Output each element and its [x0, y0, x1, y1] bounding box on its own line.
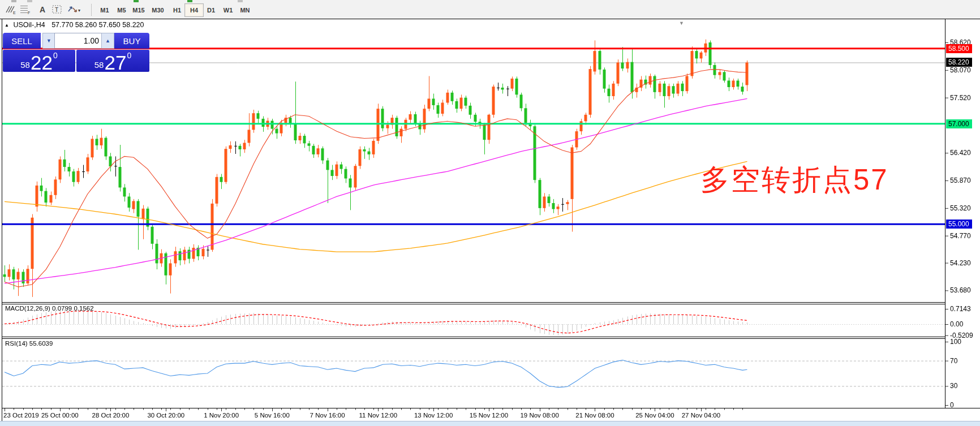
price-axis-border [945, 19, 945, 408]
price-axis-label: 55.870 [950, 177, 971, 184]
time-axis-label: 28 Oct 20:00 [92, 412, 130, 419]
volume-down-button[interactable]: ▼ [42, 33, 55, 49]
sell-price-big: 22 [31, 53, 53, 72]
ohlc-quotes: 57.770 58.260 57.650 58.220 [51, 21, 144, 29]
cropped-icon [11, 0, 16, 2]
arrows-icon[interactable]: ▾ [66, 4, 83, 15]
time-axis-label: 1 Nov 20:00 [204, 412, 239, 419]
time-axis-label: 19 Nov 08:00 [520, 412, 558, 419]
sell-price-panel[interactable]: 58 22 0 [3, 50, 75, 72]
buy-price-sup: 0 [127, 51, 131, 60]
chart-top-border [0, 19, 980, 19]
cropped-icon [134, 0, 139, 2]
price-level-badge: 55.000 [946, 220, 972, 229]
time-axis-label: 30 Oct 20:00 [147, 412, 184, 419]
toolbar: E F A T ▾ [0, 0, 980, 19]
macd-top-border [2, 304, 945, 304]
macd-axis-label: 0.00 [950, 320, 963, 328]
cropped-icon [238, 0, 243, 2]
time-axis-label: 27 Nov 04:00 [682, 412, 720, 419]
chart-left-border [2, 19, 2, 421]
price-axis-label: 53.680 [950, 286, 971, 294]
timeframe-button-w1[interactable]: W1 [218, 3, 238, 17]
separator-main-macd [2, 302, 945, 303]
text-a-icon[interactable]: A [36, 4, 49, 15]
cropped-icon [27, 0, 32, 2]
current-price-badge: 58.220 [946, 58, 972, 67]
rsi-axis-label: 70 [950, 357, 957, 365]
rsi-axis-label: 0 [950, 401, 954, 409]
time-axis-label: 21 Nov 08:00 [575, 412, 614, 419]
mt4-window: E F A T ▾ [0, 0, 980, 426]
timeframe-button-m30[interactable]: M30 [148, 3, 167, 17]
status-bar [0, 421, 980, 426]
chart-title: ▲ USOil-,H4 57.770 58.260 57.650 58.220 [5, 21, 144, 29]
rsi-label: RSI(14) 55.6039 [5, 340, 53, 347]
time-axis-label: 25 Oct 00:00 [41, 412, 79, 419]
time-axis-label: 7 Nov 16:00 [310, 412, 345, 419]
macd-axis-label: 0.7143 [950, 305, 971, 313]
buy-price-panel[interactable]: 58 27 0 [76, 50, 149, 72]
grid-fibo-icon[interactable]: F [19, 4, 32, 15]
rsi-axis-label: 30 [950, 382, 957, 390]
one-click-trading-panel: SELL ▼ ▲ BUY 58 22 0 58 27 0 [3, 33, 149, 72]
svg-text:▾: ▾ [78, 8, 80, 13]
price-level-badge: 58.500 [946, 44, 972, 53]
volume-up-button[interactable]: ▲ [101, 33, 114, 49]
time-axis-label: 13 Nov 12:00 [414, 412, 453, 419]
timeframe-button-h4[interactable]: H4 [184, 3, 204, 17]
price-axis-label: 58.070 [950, 66, 971, 74]
indicators-icon[interactable]: E [5, 4, 17, 15]
price-axis-label: 57.520 [950, 94, 971, 102]
buy-price-small: 58 [94, 60, 104, 70]
time-axis-label: 25 Nov 04:00 [635, 412, 674, 419]
volume-input[interactable] [54, 33, 102, 49]
time-axis-label: 11 Nov 12:00 [359, 412, 398, 419]
macd-label: MACD(12,26,9) 0.0799 0.1562 [5, 305, 94, 312]
time-axis-label: 15 Nov 12:00 [470, 412, 508, 419]
textbox-icon[interactable]: T [51, 4, 63, 15]
timeframe-button-m15[interactable]: M15 [129, 3, 148, 17]
svg-text:F: F [28, 11, 30, 15]
sell-price-sup: 0 [53, 51, 58, 60]
timeframe-button-mn[interactable]: MN [235, 3, 255, 17]
price-axis-label: 54.230 [950, 259, 971, 267]
rsi-top-border [2, 338, 945, 339]
sell-price-small: 58 [20, 60, 30, 70]
separator-macd-rsi [2, 337, 945, 337]
buy-price-big: 27 [104, 53, 126, 72]
buy-button[interactable]: BUY [114, 33, 149, 49]
svg-text:T: T [55, 7, 58, 13]
price-axis-label: 54.770 [950, 232, 971, 240]
sell-button[interactable]: SELL [3, 33, 41, 49]
symbol-label: USOil-,H4 [13, 21, 45, 29]
time-axis-label: 5 Nov 16:00 [255, 412, 290, 419]
svg-text:E: E [13, 11, 16, 15]
rsi-axis-label: 100 [950, 338, 961, 346]
toolbar-separator [91, 4, 92, 16]
timeframe-button-m1[interactable]: M1 [95, 3, 114, 17]
chart-annotation: 多空转折点57 [700, 161, 889, 200]
price-axis-label: 56.420 [950, 149, 971, 157]
time-axis-border [2, 408, 980, 408]
time-axis-label: 23 Oct 2019 [3, 412, 39, 419]
timeframe-button-m5[interactable]: M5 [112, 3, 131, 17]
timeframe-button-h1[interactable]: H1 [167, 3, 187, 17]
shift-marker-icon[interactable]: ▼ [679, 20, 684, 26]
collapse-triangle-icon[interactable]: ▲ [5, 23, 9, 28]
price-level-badge: 57.000 [946, 119, 972, 128]
price-axis-label: 55.320 [950, 204, 971, 212]
timeframe-button-d1[interactable]: D1 [201, 3, 221, 17]
cropped-icon [187, 0, 192, 2]
